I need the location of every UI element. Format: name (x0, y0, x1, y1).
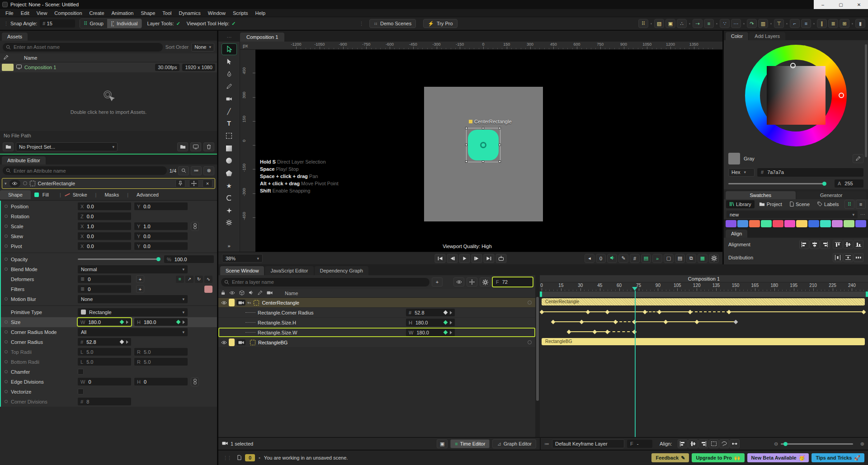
align-top-icon[interactable] (833, 240, 843, 249)
value-field[interactable]: Y0.0 (134, 202, 188, 210)
console-icon[interactable] (237, 455, 241, 461)
layer-name[interactable]: RectangleBG (258, 340, 288, 345)
keyframe-diamond[interactable] (592, 329, 597, 334)
keyframe-diamond[interactable] (605, 329, 610, 334)
keyframe-toggle-icon[interactable] (5, 380, 8, 383)
value-field[interactable]: H180.0 (134, 318, 188, 326)
align-right-icon[interactable] (820, 240, 830, 249)
badge-upgrade-to-pro[interactable]: Upgrade to Pro🙌 (692, 453, 744, 462)
go-to-end-button[interactable] (483, 254, 494, 263)
asset-name[interactable]: Composition 1 (24, 65, 56, 70)
selected-layer-header[interactable]: ▾ CenterRectangle × (2, 178, 215, 189)
graph-editor-button[interactable]: ⊿Graph Editor (492, 439, 536, 448)
keyframe-next-icon[interactable] (450, 311, 452, 315)
align-middle-icon[interactable] (688, 439, 698, 448)
layer-target-circle[interactable] (528, 301, 532, 305)
arc-tool[interactable] (222, 192, 237, 203)
attribute-value-field[interactable]: #52.8 (406, 309, 455, 316)
viewport-menu-dots[interactable]: ··· (218, 34, 240, 42)
direct-select-tool[interactable] (222, 56, 237, 67)
sparkle-tool[interactable] (222, 205, 237, 216)
value-field[interactable]: R5.0 (134, 358, 188, 366)
filter-sliders-icon[interactable] (480, 277, 491, 287)
grid-dots-icon[interactable]: ⠿ (638, 19, 648, 28)
vectorize-checkbox[interactable] (78, 389, 84, 395)
badge-new-beta-available[interactable]: New Beta Available🥳 (747, 453, 809, 462)
grid-hash-icon[interactable]: # (630, 254, 640, 263)
keyframe-diamond[interactable] (580, 319, 584, 324)
asset-search-input[interactable] (3, 43, 163, 52)
keyframe-toggle-icon[interactable] (5, 330, 8, 333)
select-tool[interactable] (222, 43, 237, 55)
align-left-icon[interactable] (799, 240, 809, 249)
menu-animation[interactable]: Animation (108, 10, 137, 16)
maximize-button[interactable]: ▢ (832, 0, 850, 9)
rotate-arc-icon[interactable]: ↷ (747, 19, 757, 28)
toolbar-drag-handle[interactable]: ⋮ (4, 21, 8, 27)
graph-icon[interactable]: ↗ (185, 276, 193, 283)
keyframe-next-icon[interactable] (126, 320, 128, 324)
selection-handle[interactable] (499, 127, 501, 129)
hierarchy-icon[interactable]: ∵ (720, 19, 730, 28)
play-button[interactable] (459, 254, 470, 263)
layer-list-scrollbar[interactable] (535, 275, 540, 437)
list-view-icon[interactable]: ≡ (856, 200, 866, 209)
distribute-keys-icon[interactable] (730, 439, 740, 448)
eye-icon[interactable] (221, 340, 227, 345)
badge-feedback[interactable]: Feedback✎ (651, 453, 689, 462)
attribute-tab-fill[interactable]: Fill (34, 190, 57, 199)
go-to-start-button[interactable] (434, 254, 445, 263)
pen-tool[interactable] (222, 68, 237, 80)
value-field[interactable]: Y0.0 (134, 232, 188, 240)
sort-order-dropdown[interactable]: None▾ (191, 43, 214, 52)
attribute-track-name[interactable]: Rectangle.Corner Radius (258, 310, 314, 315)
generator-tab[interactable]: Generator (797, 191, 867, 199)
selection-handle[interactable] (465, 127, 467, 129)
align-middle-icon[interactable] (843, 240, 853, 249)
keyframe-diamond[interactable] (566, 329, 571, 334)
keyframe-diamond-icon[interactable] (120, 340, 124, 344)
menu-window[interactable]: Window (204, 10, 229, 16)
dropdown-blend-mode[interactable]: Normal▾ (78, 265, 188, 273)
slider-handle[interactable] (156, 257, 160, 261)
playhead-line[interactable] (635, 291, 636, 437)
asset-color-swatch[interactable] (2, 64, 14, 71)
eye-icon[interactable] (221, 301, 227, 305)
work-area-bar[interactable] (540, 291, 868, 297)
distribute-h-icon[interactable] (833, 253, 843, 262)
dropdown-motion-blur[interactable]: None▾ (78, 295, 188, 303)
pen-pressure-icon[interactable]: ✎ (618, 254, 628, 263)
layer-bar-rectanglebg[interactable]: RectangleBG (542, 338, 865, 345)
project-set-dropdown[interactable]: No Project Set...▾ (16, 142, 118, 151)
wave-icon[interactable]: ∿ (204, 276, 212, 283)
camera-toggle-icon[interactable] (236, 339, 245, 345)
palette-swatch-1[interactable] (737, 220, 748, 227)
keyframe-toggle-icon[interactable] (5, 350, 8, 353)
frame-ruler[interactable]: 0153045607590105120135150165180195210225… (540, 282, 868, 291)
attribute-track-name[interactable]: Rectangle.Size.H (258, 320, 296, 325)
text-tool[interactable]: T (222, 118, 237, 129)
layer-target-circle[interactable] (528, 340, 532, 344)
align-left-icon[interactable] (678, 439, 688, 448)
loop-icon[interactable]: ↻ (195, 276, 203, 283)
monitor-icon[interactable] (190, 142, 201, 151)
keyframe-diamond[interactable] (861, 310, 866, 314)
playhead-marker[interactable] (632, 287, 637, 291)
palette-swatch-2[interactable] (749, 220, 760, 227)
display-frame-icon[interactable]: ▢ (664, 254, 674, 263)
keyframe-toggle-icon[interactable] (5, 235, 8, 238)
render-range-icon[interactable]: ▤ (641, 254, 651, 263)
solo-circle-icon[interactable] (23, 181, 27, 185)
value-field[interactable]: X1.0 (78, 222, 131, 230)
line-tool[interactable]: ╱ (222, 105, 237, 117)
selection-bounds[interactable] (466, 128, 500, 162)
particles-icon[interactable]: ∴ (677, 19, 687, 28)
keyframe-diamond[interactable] (643, 310, 647, 314)
t-pin-icon[interactable]: ⊤ (774, 19, 784, 28)
transform-tool[interactable] (222, 130, 237, 141)
hex-value-field[interactable]: #7a7a7a (757, 168, 863, 177)
value-field[interactable]: R5.0 (134, 348, 188, 356)
pick-attribute-icon[interactable] (178, 166, 189, 175)
onion-skin-icon[interactable] (453, 277, 464, 287)
zoom-out-icon[interactable]: ⊖ (774, 441, 778, 447)
